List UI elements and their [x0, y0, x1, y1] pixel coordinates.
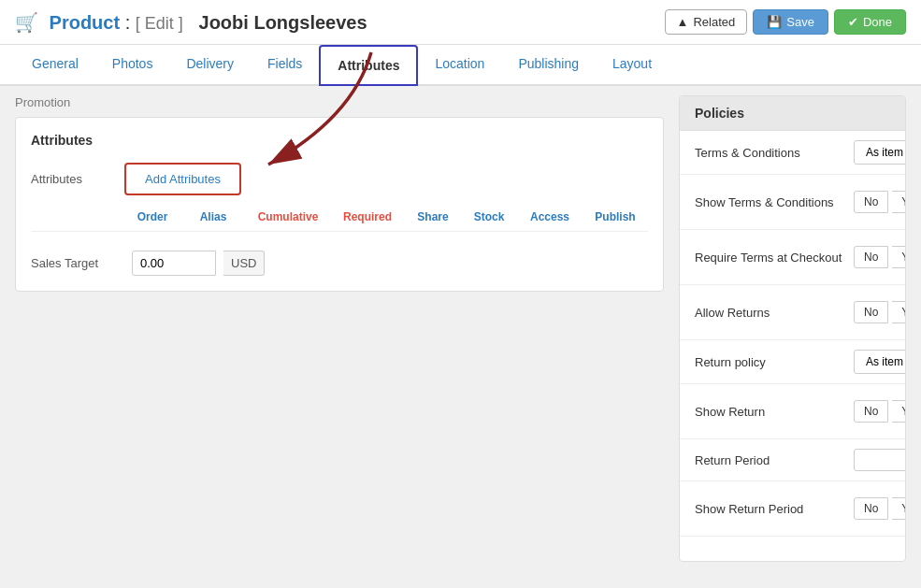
require-terms-no-button[interactable]: No [854, 246, 888, 268]
attributes-box-title: Attributes [31, 133, 648, 148]
policy-control-return-period [854, 449, 906, 471]
show-return-period-yes-button[interactable]: Yes [892, 497, 906, 520]
policy-row-allow-returns: Allow Returns No Yes Type Pre [680, 285, 905, 340]
cart-icon: 🛒 [15, 12, 38, 33]
add-attributes-button[interactable]: Add Attributes [124, 163, 241, 195]
done-label: Done [863, 15, 892, 29]
left-panel: Promotion Attributes Attributes Add Attr… [15, 95, 664, 562]
page-title: 🛒 Product : [ Edit ] Joobi Longsleeves [15, 11, 367, 34]
col-share: Share [405, 210, 461, 223]
save-icon: 💾 [767, 15, 782, 29]
save-label: Save [786, 15, 814, 29]
policy-name-show-return-period: Show Return Period [695, 502, 844, 516]
policy-name-show-return: Show Return [695, 405, 844, 419]
policy-control-show-return-period: No Yes Type Pre [854, 491, 906, 526]
policy-row-return-policy: Return policy As item type [680, 340, 905, 384]
terms-conditions-select[interactable]: As item type [854, 140, 906, 165]
return-period-input[interactable] [854, 449, 906, 471]
policy-control-require-terms: No Yes Type Pre [854, 239, 906, 275]
header-buttons: ▲ Related 💾 Save ✔ Done [665, 9, 906, 35]
col-access: Access [517, 210, 583, 223]
attributes-row: Attributes Add Attributes [31, 163, 648, 195]
attributes-columns: Order Alias Cumulative Required Share St… [31, 210, 648, 232]
done-button[interactable]: ✔ Done [834, 9, 906, 35]
policy-name-return-policy: Return policy [695, 355, 844, 369]
policy-name-terms-conditions: Terms & Conditions [695, 146, 844, 160]
policies-header: Policies [680, 96, 905, 131]
policy-row-return-period: Return Period [680, 439, 905, 481]
checkmark-icon: ✔ [848, 15, 858, 29]
right-panel: Policies Terms & Conditions As item type… [679, 95, 906, 562]
policy-name-return-period: Return Period [695, 453, 844, 467]
colon: : [125, 12, 136, 33]
related-label: Related [693, 15, 735, 29]
policy-name-require-terms: Require Terms at Checkout [695, 251, 844, 265]
col-required: Required [330, 210, 405, 223]
policy-control-allow-returns: No Yes Type Pre [854, 294, 906, 330]
tab-delivery[interactable]: Delivery [169, 45, 251, 86]
header: 🛒 Product : [ Edit ] Joobi Longsleeves ▲… [0, 0, 921, 45]
policy-name-show-terms: Show Terms & Conditions [695, 195, 844, 209]
sales-target-input[interactable] [132, 251, 216, 276]
col-cumulative: Cumulative [246, 210, 330, 223]
tab-attributes[interactable]: Attributes [319, 45, 418, 86]
col-publish: Publish [583, 210, 648, 223]
policy-control-terms-conditions: As item type [854, 140, 906, 165]
sales-target-label: Sales Target [31, 256, 124, 270]
attributes-box: Attributes Attributes Add Attributes Ord… [15, 117, 664, 292]
return-policy-select[interactable]: As item type [854, 350, 906, 374]
tab-location[interactable]: Location [418, 45, 501, 86]
tab-general[interactable]: General [15, 45, 95, 86]
require-terms-yes-button[interactable]: Yes [892, 246, 906, 268]
policy-row-show-return: Show Return No Yes Type Pre [680, 384, 905, 439]
policy-row-show-terms: Show Terms & Conditions No Yes Type Pre [680, 175, 905, 230]
related-button[interactable]: ▲ Related [665, 9, 748, 35]
allow-returns-yes-button[interactable]: Yes [892, 301, 906, 323]
policy-row-require-terms: Require Terms at Checkout No Yes Type Pr… [680, 230, 905, 285]
tab-fields[interactable]: Fields [251, 45, 319, 86]
show-terms-yes-button[interactable]: Yes [892, 191, 906, 213]
arrow-up-icon: ▲ [677, 15, 689, 29]
item-name: Joobi Longsleeves [199, 12, 367, 33]
main-content: Promotion Attributes Attributes Add Attr… [0, 86, 921, 571]
show-terms-no-button[interactable]: No [854, 191, 888, 213]
currency-label: USD [223, 251, 265, 276]
col-order: Order [124, 210, 180, 223]
policy-row-terms-conditions: Terms & Conditions As item type [680, 131, 905, 175]
product-label: Product [50, 12, 121, 33]
col-alias: Alias [180, 210, 246, 223]
tab-photos[interactable]: Photos [95, 45, 170, 86]
promotion-label: Promotion [15, 95, 664, 109]
tabs-bar: General Photos Delivery Fields Attribute… [0, 45, 921, 86]
show-return-no-button[interactable]: No [854, 400, 888, 423]
allow-returns-no-button[interactable]: No [854, 301, 888, 323]
tab-layout[interactable]: Layout [596, 45, 669, 86]
show-return-yes-button[interactable]: Yes [892, 400, 906, 423]
sales-target-row: Sales Target USD [31, 251, 648, 276]
policy-name-allow-returns: Allow Returns [695, 306, 844, 320]
edit-bracket: [ Edit ] [136, 14, 183, 33]
tab-publishing[interactable]: Publishing [501, 45, 596, 86]
policy-row-show-return-period: Show Return Period No Yes Type Pre [680, 481, 905, 537]
policy-control-show-return: No Yes Type Pre [854, 394, 906, 429]
attributes-label: Attributes [31, 172, 124, 186]
policy-control-return-policy: As item type [854, 350, 906, 374]
show-return-period-no-button[interactable]: No [854, 497, 888, 520]
policy-control-show-terms: No Yes Type Pre [854, 184, 906, 220]
save-button[interactable]: 💾 Save [753, 9, 828, 35]
col-stock: Stock [461, 210, 517, 223]
